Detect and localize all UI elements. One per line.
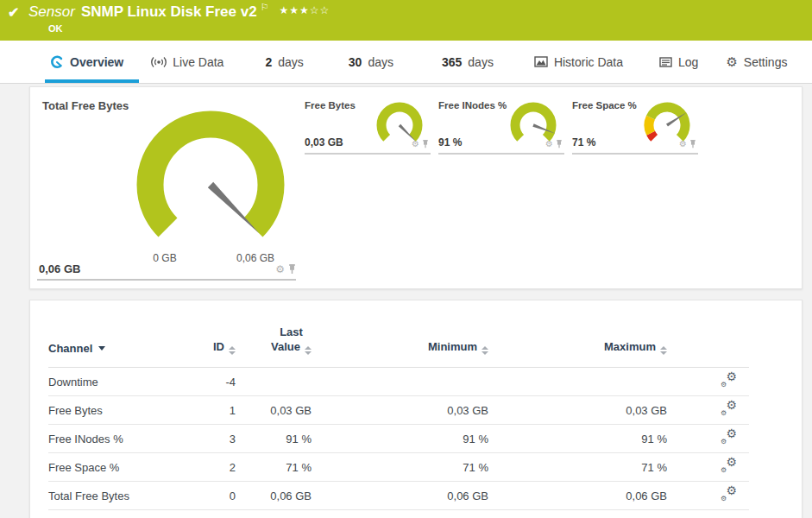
table-row: Free Space % 2 71 % 71 % 71 % ⚙⚙ — [48, 453, 749, 482]
gauge-icon — [50, 55, 64, 69]
channel-id: 0 — [165, 482, 236, 510]
tab-historic-data[interactable]: Historic Data — [534, 41, 623, 83]
pin-icon[interactable] — [422, 140, 429, 148]
gauge-tile-free-inodes[interactable]: Free INodes % 91 % ⚙ — [438, 98, 564, 155]
channel-minimum: 0,06 GB — [312, 482, 488, 510]
column-header-id[interactable]: ID — [165, 307, 236, 368]
channel-minimum — [312, 368, 488, 396]
tab-number: 30 — [349, 55, 362, 69]
channel-settings-icon[interactable]: ⚙⚙ — [721, 458, 737, 473]
channel-settings-icon[interactable]: ⚙⚙ — [721, 430, 737, 445]
tab-2-days[interactable]: 2 days — [265, 41, 303, 83]
channel-last-value: 0,03 GB — [236, 396, 312, 425]
table-row: Downtime -4 ⚙⚙ — [48, 368, 749, 396]
gear-icon[interactable]: ⚙ — [275, 264, 285, 275]
gauge-value: 0,03 GB — [305, 136, 343, 148]
channel-minimum: 71 % — [312, 453, 488, 482]
sensor-title-row: Sensor SNMP Linux Disk Free v2 ⚐ ★★★☆☆ — [28, 3, 330, 22]
channel-name: Free Space % — [48, 453, 165, 482]
tab-label: Overview — [70, 55, 123, 69]
primary-gauge-value: 0,06 GB — [39, 262, 80, 275]
tab-label: Log — [678, 55, 698, 69]
tab-live-data[interactable]: Live Data — [151, 41, 223, 83]
channels-card: Channel ID LastValue Minimum Maximum Dow… — [29, 300, 803, 518]
channel-maximum: 91 % — [488, 425, 667, 453]
sort-desc-icon — [98, 346, 105, 351]
tab-30-days[interactable]: 30 days — [349, 41, 393, 83]
sort-icon — [660, 346, 667, 355]
channel-id: 3 — [165, 425, 236, 453]
channel-maximum: 0,03 GB — [488, 396, 667, 425]
status-badge: OK — [48, 23, 63, 34]
gauge-value: 91 % — [438, 136, 462, 148]
channel-id: 2 — [165, 453, 236, 482]
pin-icon[interactable] — [556, 140, 563, 148]
gauge-tile-free-space[interactable]: Free Space % 71 % ⚙ — [572, 98, 698, 155]
channel-last-value: 91 % — [236, 425, 312, 453]
gauge-title: Free INodes % — [438, 100, 507, 111]
tab-number: 2 — [265, 55, 272, 69]
channel-last-value: 0,06 GB — [236, 482, 312, 510]
gauge-tile-free-bytes[interactable]: Free Bytes 0,03 GB ⚙ — [305, 98, 431, 155]
priority-stars[interactable]: ★★★☆☆ — [280, 4, 330, 16]
channel-table: Channel ID LastValue Minimum Maximum Dow… — [48, 307, 749, 510]
tab-settings[interactable]: ⚙ Settings — [726, 41, 787, 83]
tab-label: Live Data — [173, 55, 223, 69]
column-header-settings — [667, 307, 749, 368]
tab-label: Settings — [744, 55, 788, 69]
pin-icon[interactable] — [288, 264, 296, 275]
tab-label: Historic Data — [554, 55, 623, 69]
primary-gauge-title: Total Free Bytes — [42, 99, 129, 112]
column-header-channel[interactable]: Channel — [48, 307, 165, 368]
channel-maximum: 71 % — [488, 453, 667, 482]
small-gauge-tiles: Free Bytes 0,03 GB ⚙ Free INodes % 91 % … — [305, 98, 698, 155]
channel-last-value: 71 % — [236, 453, 312, 482]
flag-icon: ⚐ — [261, 2, 269, 13]
primary-gauge[interactable] — [129, 103, 293, 267]
primary-gauge-footer: 0,06 GB ⚙ — [37, 259, 296, 281]
table-header-row: Channel ID LastValue Minimum Maximum — [48, 307, 749, 368]
pin-icon[interactable] — [689, 140, 696, 148]
gauge-value: 71 % — [572, 136, 595, 148]
tab-overview[interactable]: Overview — [50, 41, 123, 83]
column-header-last-value[interactable]: LastValue — [236, 307, 312, 368]
channel-id: 1 — [165, 396, 236, 425]
tab-log[interactable]: Log — [659, 41, 698, 83]
channel-settings-icon[interactable]: ⚙⚙ — [721, 401, 737, 416]
channel-settings-icon[interactable]: ⚙⚙ — [721, 487, 737, 502]
sensor-kind-label: Sensor — [28, 3, 75, 22]
tab-label: days — [368, 55, 393, 69]
column-header-maximum[interactable]: Maximum — [488, 307, 667, 368]
channel-name: Free Bytes — [48, 396, 165, 425]
check-icon: ✔ — [8, 4, 19, 21]
sort-icon — [229, 346, 236, 355]
log-icon — [659, 57, 672, 67]
channel-name: Free INodes % — [48, 425, 165, 453]
column-header-minimum[interactable]: Minimum — [312, 307, 488, 368]
gauge-title: Free Bytes — [305, 100, 356, 111]
channel-settings-icon[interactable]: ⚙⚙ — [721, 373, 737, 388]
historic-data-icon — [534, 56, 548, 67]
channel-last-value — [236, 368, 312, 396]
channel-maximum: 0,06 GB — [488, 482, 667, 510]
gear-icon: ⚙ — [726, 54, 737, 70]
sort-icon — [482, 346, 488, 355]
table-row: Free Bytes 1 0,03 GB 0,03 GB 0,03 GB ⚙⚙ — [48, 396, 749, 425]
prtg-sensor-page: ✔ Sensor SNMP Linux Disk Free v2 ⚐ ★★★☆☆… — [0, 0, 812, 518]
gauge-title: Free Space % — [572, 100, 637, 111]
gear-icon[interactable]: ⚙ — [412, 140, 419, 148]
channel-maximum — [488, 368, 667, 396]
gear-icon[interactable]: ⚙ — [679, 140, 687, 148]
tab-365-days[interactable]: 365 days — [442, 41, 494, 83]
channel-name: Total Free Bytes — [48, 482, 165, 510]
channel-minimum: 91 % — [312, 425, 488, 453]
channel-minimum: 0,03 GB — [312, 396, 488, 425]
tab-bar: Overview Live Data 2 days 30 days 365 da… — [0, 41, 812, 84]
gear-icon[interactable]: ⚙ — [545, 140, 553, 148]
sensor-title: SNMP Linux Disk Free v2 — [81, 3, 257, 22]
table-row: Free INodes % 3 91 % 91 % 91 % ⚙⚙ — [48, 425, 749, 453]
tab-number: 365 — [442, 55, 462, 69]
table-row: Total Free Bytes 0 0,06 GB 0,06 GB 0,06 … — [48, 482, 749, 510]
tab-label: days — [278, 55, 304, 69]
tab-label: days — [468, 55, 494, 69]
